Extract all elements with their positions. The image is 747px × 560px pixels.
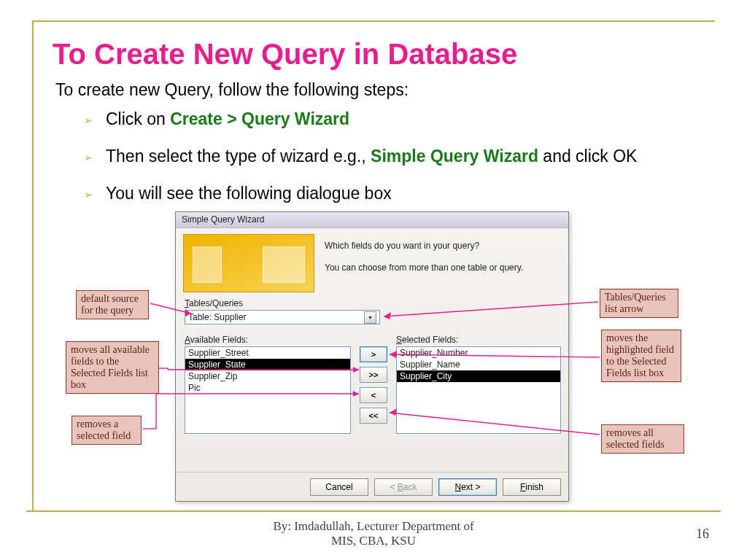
callout-remove-one: removes a selected field (71, 416, 142, 445)
slide-title: To Create New Query in Database (53, 38, 517, 71)
callout-move-one: moves the highlighted field to the Selec… (601, 330, 681, 382)
back-button[interactable]: < Back (374, 478, 433, 496)
available-fields-label: Available Fields: (185, 335, 248, 345)
bullet-text: Click on (106, 109, 170, 128)
bullet-icon: ➢ (84, 151, 93, 165)
list-item[interactable]: Supplier_Name (397, 359, 560, 370)
add-all-fields-button[interactable]: >> (360, 367, 387, 383)
bullet-list: ➢ Click on Create > Query Wizard ➢ Then … (84, 108, 637, 219)
tables-queries-label: Tables/Queries (185, 298, 243, 308)
dropdown-arrow-icon[interactable]: ▼ (364, 311, 376, 324)
bullet-item: ➢ You will see the following dialogue bo… (84, 182, 637, 205)
combo-value: Table: Supplier (188, 312, 246, 322)
finish-button[interactable]: Finish (503, 478, 561, 496)
bullet-icon: ➢ (84, 188, 93, 202)
remove-field-button[interactable]: < (360, 387, 387, 403)
callout-default-source: default source for the query (76, 290, 149, 319)
intro-text: To create new Query, follow the followin… (55, 80, 409, 100)
list-item[interactable]: Supplier_City (397, 370, 560, 382)
slide-footer: By: Imdadullah, Lecturer Department of M… (0, 519, 747, 548)
add-field-button[interactable]: > (360, 346, 387, 362)
dialog-subprompt: You can choose from more than one table … (325, 260, 523, 275)
list-item[interactable]: Supplier_State (185, 359, 350, 370)
available-fields-listbox[interactable]: Supplier_StreetSupplier_StateSupplier_Zi… (185, 346, 351, 434)
remove-all-fields-button[interactable]: << (360, 408, 387, 424)
bullet-item: ➢ Click on Create > Query Wizard (84, 108, 637, 131)
cancel-button[interactable]: Cancel (310, 478, 368, 496)
list-item[interactable]: Supplier_Zip (185, 370, 350, 382)
simple-query-wizard-dialog: Simple Query Wizard Which fields do you … (175, 211, 569, 502)
selected-fields-listbox[interactable]: Supplier_NumberSupplier_NameSupplier_Cit… (396, 346, 561, 434)
tables-queries-combo[interactable]: Table: Supplier ▼ (185, 310, 380, 324)
selected-fields-label: Selected Fields: (396, 335, 458, 345)
bullet-text: and click OK (538, 147, 638, 166)
list-item[interactable]: Supplier_Number (397, 347, 560, 359)
dialog-banner: Which fields do you want in your query? … (176, 228, 568, 297)
bullet-text: You will see the following dialogue box (106, 182, 392, 205)
bullet-bold: Simple Query Wizard (371, 147, 538, 166)
bullet-text: Then select the type of wizard e.g., (106, 147, 371, 166)
next-button[interactable]: Next > (438, 478, 497, 496)
page-number: 16 (696, 526, 709, 542)
list-item[interactable]: Pic (185, 382, 350, 394)
callout-move-all: moves all available fields to the Select… (66, 341, 159, 394)
dialog-prompt: Which fields do you want in your query? (325, 238, 523, 253)
callout-list-arrow: Tables/Queries list arrow (600, 289, 678, 318)
list-item[interactable]: Supplier_Street (185, 347, 350, 359)
dialog-title: Simple Query Wizard (176, 212, 568, 228)
callout-remove-all: removes all selected fields (601, 424, 684, 454)
bullet-item: ➢ Then select the type of wizard e.g., S… (84, 145, 637, 168)
bullet-icon: ➢ (84, 114, 93, 128)
bullet-bold: Create > Query Wizard (170, 109, 349, 128)
wizard-graphic (183, 234, 314, 292)
